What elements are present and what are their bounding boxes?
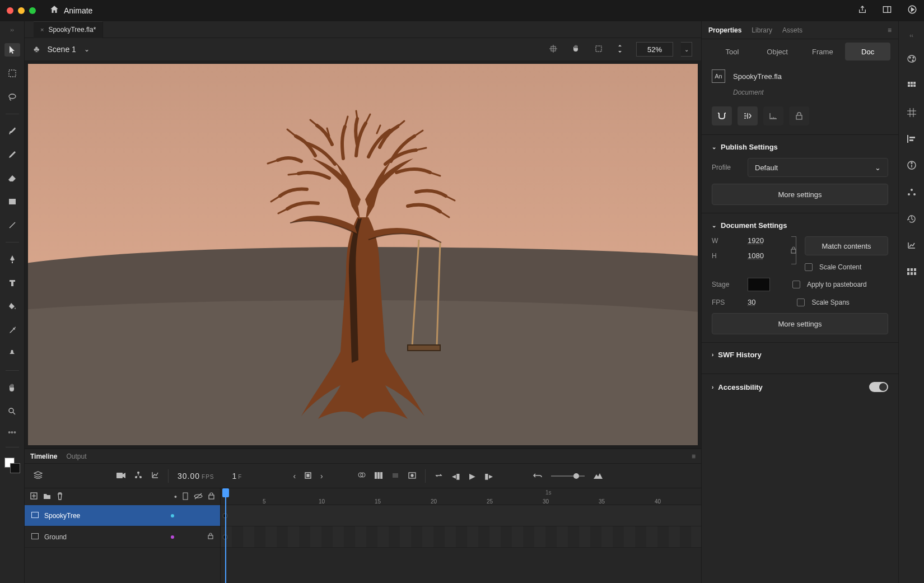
minimize-window-icon[interactable] bbox=[18, 7, 25, 14]
paint-bucket-tool[interactable] bbox=[4, 300, 20, 313]
graph-icon[interactable] bbox=[151, 471, 159, 481]
swatches-icon[interactable] bbox=[907, 81, 916, 92]
prev-keyframe-icon[interactable]: ‹ bbox=[293, 472, 296, 481]
delete-layer-icon[interactable] bbox=[57, 492, 63, 502]
zoom-value[interactable]: 52% bbox=[636, 42, 673, 57]
height-value[interactable]: 1080 bbox=[748, 251, 764, 260]
timeline-track-area[interactable]: 1s 5 10 15 20 25 30 35 40 bbox=[221, 488, 701, 583]
stop-icon[interactable] bbox=[305, 472, 311, 481]
layer-row-spookytree[interactable]: SpookyTree bbox=[25, 505, 220, 526]
stage-viewport[interactable] bbox=[25, 60, 701, 449]
layer-parent-icon[interactable] bbox=[134, 471, 142, 481]
playhead[interactable] bbox=[225, 488, 226, 583]
maximize-window-icon[interactable] bbox=[29, 7, 36, 14]
subtab-object[interactable]: Object bbox=[755, 43, 800, 60]
visibility-icon[interactable] bbox=[194, 492, 203, 501]
tab-assets[interactable]: Assets bbox=[782, 26, 802, 34]
rectangle-tool[interactable] bbox=[4, 195, 20, 208]
advanced-layers-icon[interactable] bbox=[738, 106, 758, 125]
step-back-icon[interactable]: ◂▮ bbox=[452, 472, 460, 481]
camera-icon[interactable] bbox=[116, 472, 125, 481]
subtab-doc[interactable]: Doc bbox=[845, 43, 890, 60]
scene-dropdown-icon[interactable]: ⌄ bbox=[84, 45, 90, 53]
pencil-tool[interactable] bbox=[4, 148, 20, 161]
match-contents-button[interactable]: Match contents bbox=[805, 236, 888, 255]
subtab-frame[interactable]: Frame bbox=[800, 43, 846, 60]
strip-expand-icon[interactable]: ‹‹ bbox=[909, 32, 913, 39]
link-wh-icon[interactable] bbox=[790, 246, 797, 256]
rotate-stage-icon[interactable] bbox=[572, 44, 580, 54]
layer-color-dot[interactable] bbox=[171, 514, 174, 517]
zoom-tool[interactable] bbox=[4, 404, 20, 418]
layers-stack-icon[interactable] bbox=[34, 471, 43, 481]
more-tools-icon[interactable]: ••• bbox=[8, 428, 16, 437]
eraser-tool[interactable] bbox=[4, 171, 20, 185]
transform-icon[interactable] bbox=[907, 188, 916, 199]
selection-tool[interactable] bbox=[4, 43, 20, 57]
hand-tool[interactable] bbox=[4, 381, 20, 394]
scale-spans-checkbox[interactable] bbox=[797, 299, 805, 306]
layer-locked-icon[interactable] bbox=[208, 533, 213, 541]
align-icon[interactable] bbox=[907, 135, 916, 145]
lock-icon[interactable] bbox=[208, 492, 214, 501]
components-icon[interactable] bbox=[907, 267, 916, 277]
color-palette-icon[interactable] bbox=[907, 54, 917, 66]
edit-frames-icon[interactable] bbox=[375, 472, 382, 481]
lasso-tool[interactable] bbox=[4, 90, 20, 104]
history-icon[interactable] bbox=[907, 214, 916, 226]
pen-tool[interactable] bbox=[4, 253, 20, 266]
track-row-spookytree[interactable] bbox=[221, 505, 701, 526]
info-icon[interactable] bbox=[907, 161, 916, 172]
layer-name[interactable]: Ground bbox=[44, 533, 67, 541]
section-toggle-publish[interactable]: ⌄Publish Settings bbox=[712, 143, 888, 151]
tab-library[interactable]: Library bbox=[752, 26, 772, 34]
ruler-icon[interactable] bbox=[763, 106, 783, 125]
keyframe-icon[interactable] bbox=[408, 472, 416, 481]
section-toggle-swf[interactable]: ›SWF History bbox=[712, 351, 888, 359]
tab-properties[interactable]: Properties bbox=[708, 26, 741, 34]
clip-icon[interactable] bbox=[595, 45, 603, 54]
layer-row-ground[interactable]: Ground bbox=[25, 526, 220, 548]
chart-icon[interactable] bbox=[907, 241, 916, 251]
width-value[interactable]: 1920 bbox=[748, 236, 764, 245]
publish-more-button[interactable]: More settings bbox=[712, 184, 888, 205]
stage-color-swatch[interactable] bbox=[748, 278, 770, 291]
loop-icon[interactable] bbox=[435, 472, 443, 481]
highlight-icon[interactable]: • bbox=[174, 492, 177, 501]
tab-output[interactable]: Output bbox=[66, 453, 86, 460]
text-tool[interactable] bbox=[4, 276, 20, 290]
clover-icon[interactable]: ♣ bbox=[34, 44, 40, 54]
scene-name[interactable]: Scene 1 bbox=[48, 45, 76, 54]
snap-icon[interactable] bbox=[712, 106, 732, 125]
undo-icon[interactable] bbox=[533, 472, 542, 481]
zoom-slider[interactable] bbox=[551, 475, 585, 477]
frame-ruler[interactable]: 1s 5 10 15 20 25 30 35 40 bbox=[221, 488, 701, 505]
play-icon[interactable] bbox=[907, 4, 917, 17]
outline-icon[interactable] bbox=[183, 492, 188, 502]
fill-swatch[interactable] bbox=[10, 463, 20, 473]
onion-skin-icon[interactable] bbox=[358, 471, 366, 481]
tab-timeline[interactable]: Timeline bbox=[30, 453, 57, 460]
close-window-icon[interactable] bbox=[7, 7, 13, 14]
next-keyframe-icon[interactable]: › bbox=[320, 472, 323, 481]
layer-name[interactable]: SpookyTree bbox=[44, 512, 80, 520]
panel-menu-icon[interactable]: ≡ bbox=[888, 26, 892, 34]
mountain-icon[interactable] bbox=[594, 472, 603, 481]
center-stage-icon[interactable] bbox=[549, 45, 557, 54]
section-toggle-docsettings[interactable]: ⌄Document Settings bbox=[712, 221, 888, 230]
tools-expand-icon[interactable]: ›› bbox=[10, 27, 14, 33]
pasteboard-checkbox[interactable] bbox=[792, 281, 800, 288]
scale-content-checkbox[interactable] bbox=[805, 263, 813, 271]
home-icon[interactable] bbox=[49, 4, 59, 17]
step-fwd-icon[interactable]: ▮▸ bbox=[484, 472, 493, 481]
layer-color-dot[interactable] bbox=[171, 535, 174, 539]
fit-stage-icon[interactable] bbox=[617, 44, 623, 55]
zoom-dropdown-icon[interactable]: ⌄ bbox=[681, 42, 692, 57]
new-layer-icon[interactable] bbox=[30, 492, 38, 501]
close-tab-icon[interactable]: × bbox=[40, 26, 44, 33]
lock-doc-icon[interactable] bbox=[789, 106, 809, 125]
timeline-fps[interactable]: 30.00FPS bbox=[178, 472, 214, 481]
line-tool[interactable] bbox=[4, 218, 20, 232]
panel-menu-icon[interactable]: ≡ bbox=[692, 453, 696, 460]
fps-value[interactable]: 30 bbox=[748, 298, 755, 306]
